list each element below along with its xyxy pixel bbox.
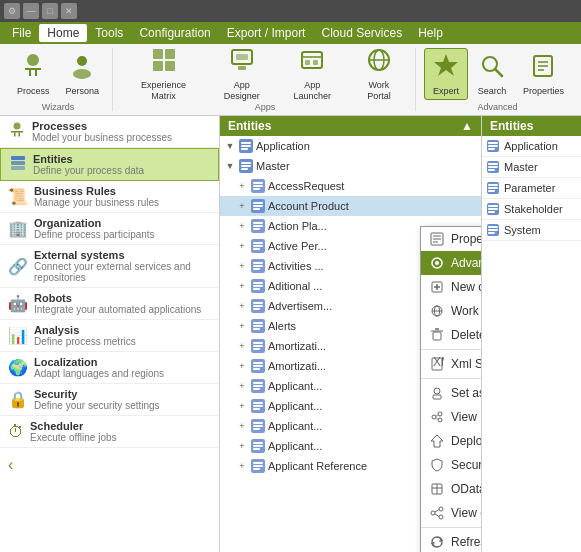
- svg-rect-83: [253, 382, 263, 384]
- close-icon[interactable]: ✕: [61, 3, 77, 19]
- toolbar-group-advanced: Expert Search: [418, 48, 577, 111]
- menu-cloud-services[interactable]: Cloud Services: [313, 24, 410, 42]
- toolbar-btn-search[interactable]: Search: [470, 48, 514, 100]
- ctx-odata-exposed[interactable]: OData exposed attributes: [421, 477, 481, 501]
- toolbar-btn-expert[interactable]: Expert: [424, 48, 468, 100]
- sidebar-item-processes[interactable]: Processes Model your business processes: [0, 116, 219, 148]
- ctx-set-process-entity-icon: [429, 385, 445, 401]
- ctx-deploy-entities[interactable]: Deploy Entities: [421, 429, 481, 453]
- app-launcher-label: App Launcher: [285, 80, 340, 102]
- persona-icon: [68, 52, 96, 84]
- menu-file[interactable]: File: [4, 24, 39, 42]
- expand-master[interactable]: ▼: [224, 161, 236, 171]
- process-label: Process: [17, 86, 50, 97]
- toolbar-btn-process[interactable]: Process: [10, 48, 57, 100]
- ctx-delete[interactable]: Delete: [421, 323, 481, 347]
- ctx-properties[interactable]: Properties: [421, 227, 481, 251]
- right-item-system[interactable]: System: [482, 220, 581, 241]
- toolbar-btn-app-designer[interactable]: App Designer: [208, 48, 276, 100]
- tree-label-access-request: AccessRequest: [268, 180, 344, 192]
- svg-rect-15: [305, 60, 310, 65]
- analysis-icon: 📊: [8, 326, 28, 345]
- svg-rect-60: [253, 265, 263, 267]
- sidebar-item-localization[interactable]: 🌍 Localization Adapt languages and regio…: [0, 352, 219, 384]
- toolbar-btn-experience[interactable]: Experience Matrix: [121, 48, 206, 100]
- right-item-application[interactable]: Application: [482, 136, 581, 157]
- ctx-new-constructor[interactable]: New constructor: [421, 275, 481, 299]
- security-icon: 🔒: [8, 390, 28, 409]
- sidebar-item-robots[interactable]: 🤖 Robots Integrate your automated applic…: [0, 288, 219, 320]
- expand-active-per[interactable]: +: [236, 241, 248, 251]
- expand-activities[interactable]: +: [236, 261, 248, 271]
- minimize-icon[interactable]: —: [23, 3, 39, 19]
- right-item-stakeholder[interactable]: Stakeholder: [482, 199, 581, 220]
- sidebar-item-entities[interactable]: Entities Define your process data: [0, 148, 219, 181]
- svg-rect-120: [433, 395, 441, 399]
- expand-applicant-4[interactable]: +: [236, 441, 248, 451]
- svg-rect-57: [253, 248, 260, 250]
- right-item-parameter[interactable]: Parameter: [482, 178, 581, 199]
- expand-account-product[interactable]: +: [236, 201, 248, 211]
- sidebar-item-security[interactable]: 🔒 Security Define your security settings: [0, 384, 219, 416]
- ctx-work-portal-icon-icon: [429, 303, 445, 319]
- svg-rect-1: [25, 68, 41, 70]
- expand-applicant-1[interactable]: +: [236, 381, 248, 391]
- ctx-set-as-process-entity[interactable]: Set as Process Entity: [421, 381, 481, 405]
- expand-alerts[interactable]: +: [236, 321, 248, 331]
- sidebar-item-scheduler[interactable]: ⏱ Scheduler Execute offline jobs: [0, 416, 219, 448]
- tree-item-access-request[interactable]: + AccessRequest: [220, 176, 481, 196]
- external-systems-title: External systems: [34, 249, 211, 261]
- right-item-stakeholder-label: Stakeholder: [504, 203, 563, 215]
- sidebar-item-external-systems[interactable]: 🔗 External systems Connect your external…: [0, 245, 219, 288]
- sidebar-item-business-rules[interactable]: 📜 Business Rules Manage your business ru…: [0, 181, 219, 213]
- maximize-icon[interactable]: □: [42, 3, 58, 19]
- svg-rect-114: [433, 332, 441, 340]
- ctx-work-portal-icon[interactable]: Work portal icon: [421, 299, 481, 323]
- ctx-view-dependencies[interactable]: View dependencies: [421, 501, 481, 525]
- expand-application[interactable]: ▼: [224, 141, 236, 151]
- right-item-master[interactable]: Master: [482, 157, 581, 178]
- menu-tools[interactable]: Tools: [87, 24, 131, 42]
- menu-configuration[interactable]: Configuration: [131, 24, 218, 42]
- svg-rect-56: [253, 245, 263, 247]
- security-title: Security: [34, 388, 160, 400]
- toolbar-btn-persona[interactable]: Persona: [59, 48, 107, 100]
- svg-rect-153: [488, 229, 498, 231]
- entities-header-scroll[interactable]: ▲: [461, 119, 473, 133]
- expand-amortization-2[interactable]: +: [236, 361, 248, 371]
- ctx-xml-schemas[interactable]: XML Xml Schemas: [421, 352, 481, 376]
- toolbar-btn-properties[interactable]: Properties: [516, 48, 571, 100]
- expand-advertisement[interactable]: +: [236, 301, 248, 311]
- ctx-advanced-properties[interactable]: Advanced properties: [421, 251, 481, 275]
- expand-applicant-2[interactable]: +: [236, 401, 248, 411]
- toolbar-btn-work-portal[interactable]: Work Portal: [349, 48, 409, 100]
- tree-item-master[interactable]: ▼ Master: [220, 156, 481, 176]
- expand-action-pla[interactable]: +: [236, 221, 248, 231]
- ctx-view-related-processes[interactable]: View Related Processes: [421, 405, 481, 429]
- tree-item-application[interactable]: ▼ Application: [220, 136, 481, 156]
- ctx-view-related-processes-icon: [429, 409, 445, 425]
- svg-rect-71: [253, 322, 263, 324]
- ctx-security[interactable]: Security: [421, 453, 481, 477]
- svg-rect-30: [19, 132, 21, 136]
- ctx-refresh[interactable]: Refresh: [421, 530, 481, 552]
- toolbar-btn-app-launcher[interactable]: App Launcher: [278, 48, 347, 100]
- sidebar-item-analysis[interactable]: 📊 Analysis Define process metrics: [0, 320, 219, 352]
- svg-rect-44: [253, 185, 263, 187]
- svg-rect-140: [488, 163, 498, 165]
- menu-export-import[interactable]: Export / Import: [219, 24, 314, 42]
- ctx-delete-icon: [429, 327, 445, 343]
- menu-home[interactable]: Home: [39, 24, 87, 42]
- collapse-arrow[interactable]: ‹: [8, 456, 13, 474]
- expand-additional[interactable]: +: [236, 281, 248, 291]
- expand-amortization-1[interactable]: +: [236, 341, 248, 351]
- menu-help[interactable]: Help: [410, 24, 451, 42]
- svg-rect-35: [241, 142, 251, 144]
- expand-applicant-reference[interactable]: +: [236, 461, 248, 471]
- tree-item-account-product[interactable]: + Account Product: [220, 196, 481, 216]
- svg-rect-12: [238, 66, 246, 70]
- organization-icon: 🏢: [8, 219, 28, 238]
- expand-access-request[interactable]: +: [236, 181, 248, 191]
- expand-applicant-3[interactable]: +: [236, 421, 248, 431]
- sidebar-item-organization[interactable]: 🏢 Organization Define process participan…: [0, 213, 219, 245]
